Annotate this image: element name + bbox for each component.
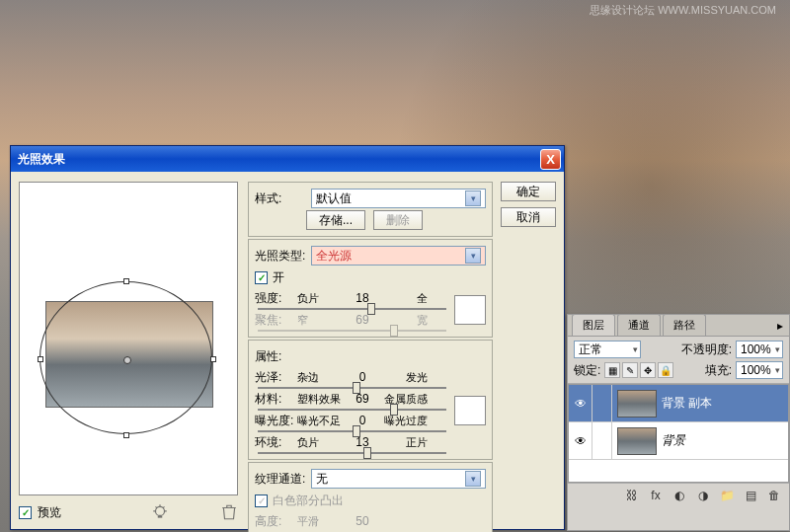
ambient-color-swatch[interactable] xyxy=(454,396,486,425)
dialog-title: 光照效果 xyxy=(18,151,540,168)
tab-paths[interactable]: 路径 xyxy=(663,314,706,336)
fill-label: 填充: xyxy=(705,362,732,379)
delete-style-button[interactable]: 删除 xyxy=(373,210,423,230)
light-color-swatch[interactable] xyxy=(454,295,486,325)
opacity-label: 不透明度: xyxy=(681,342,732,358)
layer-name: 背景 副本 xyxy=(662,395,712,412)
light-on-label: 开 xyxy=(273,269,284,286)
lighting-effects-dialog: 光照效果 X ✓ 预览 xyxy=(10,145,565,530)
chevron-down-icon: ▾ xyxy=(465,190,481,206)
style-select[interactable]: 默认值 ▾ xyxy=(311,189,486,208)
lock-transparent-icon[interactable]: ▦ xyxy=(604,362,620,378)
folder-icon[interactable]: 📁 xyxy=(718,487,736,504)
white-high-label: 白色部分凸出 xyxy=(273,493,344,509)
layers-panel: 图层 通道 路径 ▸ 正常 不透明度: 100% 锁定: ▦ ✎ ✥ 🔒 填充:… xyxy=(567,314,790,531)
bulb-icon[interactable] xyxy=(151,503,169,521)
light-center-handle[interactable] xyxy=(123,356,131,364)
save-style-button[interactable]: 存储... xyxy=(306,210,365,230)
mask-icon[interactable]: ◐ xyxy=(671,487,688,504)
texture-value: 无 xyxy=(316,471,328,488)
chevron-down-icon: ▾ xyxy=(465,248,481,264)
new-layer-icon[interactable]: ▤ xyxy=(742,487,759,504)
preview-label: 预览 xyxy=(38,504,61,521)
lock-brush-icon[interactable]: ✎ xyxy=(622,362,638,378)
texture-select[interactable]: 无 ▾ xyxy=(311,469,486,489)
tab-channels[interactable]: 通道 xyxy=(617,314,661,336)
close-button[interactable]: X xyxy=(540,149,561,170)
focus-slider: 聚焦: 窄 69 宽 xyxy=(255,310,449,330)
watermark-text: 思缘设计论坛 WWW.MISSYUAN.COM xyxy=(590,3,776,18)
layer-item[interactable]: 👁 背景 副本 xyxy=(569,385,788,422)
layer-thumbnail[interactable] xyxy=(617,390,657,418)
light-handle-bottom[interactable] xyxy=(123,432,129,438)
ok-button[interactable]: 确定 xyxy=(501,182,556,201)
light-type-group: 光照类型: 全光源 ▾ ✓ 开 强度: xyxy=(248,239,493,338)
style-label: 样式: xyxy=(255,190,306,207)
panel-menu-icon[interactable]: ▸ xyxy=(771,316,789,336)
lock-label: 锁定: xyxy=(574,362,600,379)
trash-icon[interactable] xyxy=(220,503,238,521)
dialog-titlebar[interactable]: 光照效果 X xyxy=(11,146,564,172)
light-on-checkbox[interactable]: ✓ xyxy=(255,271,268,284)
eye-icon[interactable]: 👁 xyxy=(569,385,592,421)
layer-name: 背景 xyxy=(662,432,685,449)
white-high-checkbox: ✓ xyxy=(255,494,268,507)
properties-group: 属性: 光泽: 杂边 0 发光 材料: xyxy=(248,340,493,460)
light-type-label: 光照类型: xyxy=(255,248,306,265)
tab-layers[interactable]: 图层 xyxy=(572,314,615,336)
lock-move-icon[interactable]: ✥ xyxy=(640,362,656,378)
height-slider: 高度: 平滑 50 xyxy=(255,511,486,531)
light-handle-top[interactable] xyxy=(123,278,129,284)
light-handle-left[interactable] xyxy=(38,356,43,362)
fx-icon[interactable]: fx xyxy=(647,487,665,504)
layer-thumbnail[interactable] xyxy=(617,427,657,455)
link-layers-icon[interactable]: ⛓ xyxy=(623,487,641,504)
fill-input[interactable]: 100% xyxy=(736,361,783,379)
style-value: 默认值 xyxy=(316,190,352,207)
preview-checkbox[interactable]: ✓ xyxy=(19,506,32,519)
intensity-slider[interactable]: 强度: 负片 18 全 xyxy=(255,288,449,308)
light-handle-right[interactable] xyxy=(210,356,216,362)
light-type-value: 全光源 xyxy=(316,248,352,265)
chevron-down-icon: ▾ xyxy=(465,471,481,487)
opacity-input[interactable]: 100% xyxy=(736,341,783,358)
cancel-button[interactable]: 取消 xyxy=(501,207,556,227)
layer-item[interactable]: 👁 背景 xyxy=(569,422,788,460)
delete-layer-icon[interactable]: 🗑 xyxy=(765,487,783,504)
light-type-select[interactable]: 全光源 ▾ xyxy=(311,246,486,266)
texture-group: 纹理通道: 无 ▾ ✓ 白色部分凸出 高度: 平滑 50 xyxy=(248,462,493,532)
style-group: 样式: 默认值 ▾ 存储... 删除 xyxy=(248,182,493,237)
texture-label: 纹理通道: xyxy=(255,471,306,488)
properties-label: 属性: xyxy=(255,348,306,365)
preview-area[interactable] xyxy=(19,182,238,495)
adjustment-icon[interactable]: ◑ xyxy=(694,487,712,504)
blend-mode-select[interactable]: 正常 xyxy=(574,341,641,358)
layer-list: 👁 背景 副本 👁 背景 xyxy=(568,384,789,483)
lock-all-icon[interactable]: 🔒 xyxy=(658,362,673,378)
eye-icon[interactable]: 👁 xyxy=(569,422,592,459)
